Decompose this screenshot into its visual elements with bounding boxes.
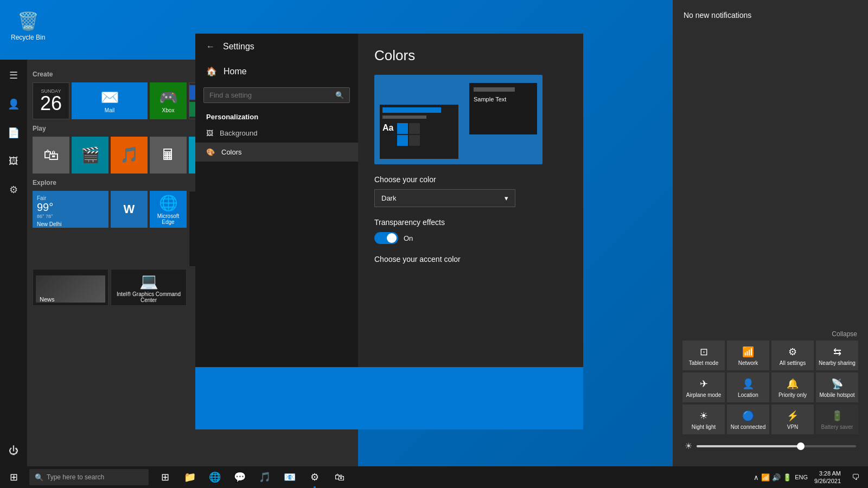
brightness-slider[interactable] <box>697 445 856 447</box>
ms-edge-label: Microsoft Edge <box>150 213 187 225</box>
groove-tile[interactable]: 🎵 <box>111 137 148 174</box>
taskbar-pinned-apps: ⊞ 📁 🌐 💬 🎵 📧 ⚙ 🛍 <box>153 466 352 488</box>
calc-icon: 🖩 <box>161 146 176 164</box>
recycle-bin[interactable]: 🗑️ Recycle Bin <box>11 11 45 41</box>
action-buttons-area: Collapse ⊡ Tablet mode 📶 Network ⚙ All s… <box>673 322 868 461</box>
background-icon: 🖼 <box>206 129 213 137</box>
calendar-num: 26 <box>40 94 62 113</box>
preview-tile2 <box>409 123 420 134</box>
settings-home-label: Home <box>224 67 247 76</box>
taskbar-right: ∧ 📶 🔊 🔋 ENG 3:28 AM 9/26/2021 🗨 <box>754 466 868 488</box>
w-tile[interactable]: W <box>111 191 148 228</box>
calc-tile[interactable]: 🖩 <box>150 137 187 174</box>
taskbar-skype-app[interactable]: 💬 <box>228 466 252 488</box>
brightness-thumb <box>797 442 805 450</box>
volume-icon[interactable]: 🔊 <box>772 473 781 481</box>
transparency-toggle[interactable] <box>374 232 398 244</box>
notification-center-button[interactable]: 🗨 <box>847 466 864 488</box>
priority-only-btn[interactable]: 🔔 Priority only <box>771 373 814 402</box>
color-dropdown-value: Dark <box>381 194 396 202</box>
mail-icon: ✉️ <box>100 88 119 106</box>
location-btn[interactable]: 👤 Location <box>727 373 769 402</box>
background-label: Background <box>220 129 257 137</box>
location-icon: 👤 <box>742 378 754 390</box>
not-connected-label: Not connected <box>731 424 766 430</box>
all-settings-btn[interactable]: ⚙ All settings <box>771 341 814 370</box>
lang-indicator[interactable]: ENG <box>795 474 808 480</box>
collapse-button[interactable]: Collapse <box>678 328 863 341</box>
sidebar-documents-icon[interactable]: 📄 <box>0 123 27 143</box>
taskbar-cortana-app[interactable]: 🎵 <box>253 466 277 488</box>
settings-search-box[interactable]: 🔍 <box>203 87 350 103</box>
weather-tile[interactable]: Fair 99° 86° 78° New Delhi <box>33 191 108 228</box>
color-dropdown[interactable]: Dark ▾ <box>374 189 515 207</box>
tablet-mode-label: Tablet mode <box>689 360 718 366</box>
vpn-label: VPN <box>787 424 799 430</box>
settings-item-colors[interactable]: 🎨 Colors <box>195 143 358 162</box>
mobile-hotspot-icon: 📡 <box>831 378 843 390</box>
wifi-icon[interactable]: 📶 <box>761 473 770 481</box>
network-btn[interactable]: 📶 Network <box>727 341 769 370</box>
ms-edge-icon: 🌐 <box>159 194 178 212</box>
store-tile[interactable]: 🛍 <box>33 137 69 174</box>
video-icon: 🎬 <box>81 146 100 164</box>
taskbar-search-box[interactable]: 🔍 Type here to search <box>29 469 149 485</box>
calendar-tile[interactable]: Sunday 26 <box>33 82 69 119</box>
vpn-btn[interactable]: ⚡ VPN <box>771 404 814 434</box>
sidebar-pictures-icon[interactable]: 🖼 <box>0 151 27 171</box>
no-notifications-text: No new notifications <box>673 0 868 30</box>
sidebar-user-icon[interactable]: 👤 <box>0 94 27 114</box>
preview-aa: Aa <box>382 123 393 146</box>
action-grid-row3: ☀ Night light 🔵 Not connected ⚡ VPN 🔋 Ba… <box>678 404 863 434</box>
battery-saver-btn[interactable]: 🔋 Battery saver <box>816 404 858 434</box>
preview-tile1 <box>397 123 408 134</box>
taskbar: ⊞ 🔍 Type here to search ⊞ 📁 🌐 💬 🎵 📧 ⚙ 🛍 … <box>0 466 868 488</box>
battery-icon[interactable]: 🔋 <box>783 473 792 481</box>
ms-edge-tile[interactable]: 🌐 Microsoft Edge <box>150 191 187 228</box>
settings-back-button[interactable]: ← <box>206 42 215 52</box>
preview-tile4 <box>409 135 420 146</box>
news-label: News <box>37 296 57 303</box>
preview-inner: Aa <box>380 105 458 159</box>
mail-tile[interactable]: ✉️ Mail <box>72 82 148 119</box>
settings-search-input[interactable] <box>209 91 331 99</box>
start-button[interactable]: ⊞ <box>0 466 27 488</box>
sidebar-power-icon[interactable]: ⏻ <box>0 441 27 461</box>
start-icon: ⊞ <box>10 471 18 483</box>
tablet-mode-btn[interactable]: ⊡ Tablet mode <box>682 341 725 370</box>
sys-icons: ∧ 📶 🔊 🔋 <box>754 473 792 481</box>
settings-item-background[interactable]: 🖼 Background <box>195 124 358 143</box>
choose-color-label: Choose your color <box>374 175 567 184</box>
xbox-tile[interactable]: 🎮 Xbox <box>150 82 187 119</box>
weather-temp: 99° <box>37 201 53 214</box>
chevron-up-icon[interactable]: ∧ <box>754 473 759 481</box>
night-light-btn[interactable]: ☀ Night light <box>682 404 725 434</box>
settings-search-icon: 🔍 <box>335 91 344 99</box>
not-connected-btn[interactable]: 🔵 Not connected <box>727 404 769 434</box>
action-grid-row2: ✈ Airplane mode 👤 Location 🔔 Priority on… <box>678 373 863 402</box>
not-connected-icon: 🔵 <box>742 410 754 422</box>
taskbar-file-explorer[interactable]: 📁 <box>178 466 202 488</box>
taskbar-task-view[interactable]: ⊞ <box>153 466 177 488</box>
settings-panel: ← Settings 🏠 Home 🔍 Personalization 🖼 Ba… <box>195 34 583 429</box>
vpn-icon: ⚡ <box>787 410 799 422</box>
nearby-sharing-btn[interactable]: ⇆ Nearby sharing <box>816 341 858 370</box>
video-tile[interactable]: 🎬 <box>72 137 108 174</box>
priority-only-icon: 🔔 <box>787 378 799 390</box>
all-settings-icon: ⚙ <box>788 346 797 358</box>
news-tile[interactable]: News <box>33 269 108 306</box>
taskbar-store-app[interactable]: 🛍 <box>328 466 352 488</box>
taskbar-settings-app[interactable]: ⚙ <box>303 466 327 488</box>
sidebar-settings-icon[interactable]: ⚙ <box>0 179 27 200</box>
taskbar-edge-app[interactable]: 🌐 <box>203 466 227 488</box>
intel-graphics-tile[interactable]: 💻 Intel® Graphics Command Center <box>111 269 187 306</box>
brightness-fill <box>697 445 800 447</box>
preview-bar <box>382 107 441 113</box>
airplane-mode-btn[interactable]: ✈ Airplane mode <box>682 373 725 402</box>
mobile-hotspot-btn[interactable]: 📡 Mobile hotspot <box>816 373 858 402</box>
sidebar-hamburger[interactable]: ☰ <box>0 65 27 86</box>
taskbar-mail-app[interactable]: 📧 <box>278 466 302 488</box>
time-block[interactable]: 3:28 AM 9/26/2021 <box>811 470 844 485</box>
settings-home-item[interactable]: 🏠 Home <box>195 60 358 83</box>
preview-bar2 <box>382 115 426 119</box>
